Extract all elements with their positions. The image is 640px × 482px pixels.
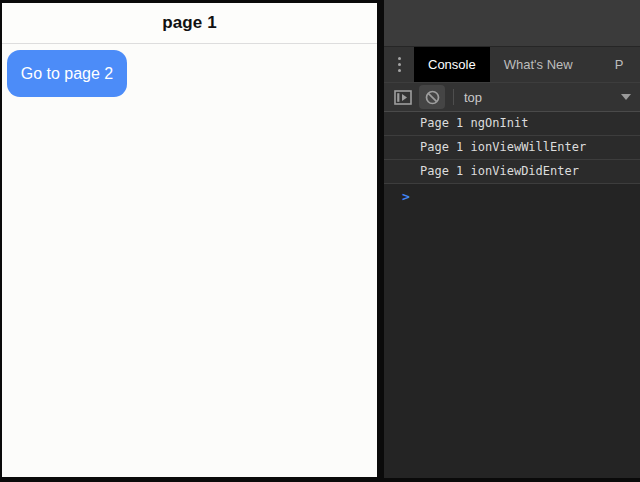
frame-context-label: top bbox=[464, 90, 482, 105]
frame-context-selector[interactable]: top bbox=[464, 90, 482, 105]
dropdown-arrow-icon[interactable] bbox=[621, 94, 631, 100]
toolbar-divider bbox=[453, 89, 454, 105]
tab-cut-off[interactable]: P bbox=[601, 47, 638, 82]
console-message: Page 1 ngOnInit bbox=[384, 112, 640, 136]
app-header: page 1 bbox=[2, 3, 377, 44]
console-input[interactable]: > bbox=[384, 184, 640, 208]
devtools-tabbar: Console What's New P bbox=[384, 47, 640, 83]
console-toolbar: top bbox=[384, 83, 640, 112]
browser-chrome-strip bbox=[384, 0, 640, 47]
clear-console-icon[interactable] bbox=[419, 85, 445, 109]
console-message: Page 1 ionViewDidEnter bbox=[384, 160, 640, 184]
devtools-panel: Console What's New P top Page 1 ngOnInit… bbox=[384, 0, 640, 478]
prompt-chevron-icon: > bbox=[402, 189, 410, 204]
console-message: Page 1 ionViewWillEnter bbox=[384, 136, 640, 160]
app-preview-pane: page 1 Go to page 2 bbox=[2, 3, 377, 477]
tab-console[interactable]: Console bbox=[414, 47, 490, 82]
show-console-sidebar-icon[interactable] bbox=[392, 86, 414, 108]
console-output: Page 1 ngOnInit Page 1 ionViewWillEnter … bbox=[384, 112, 640, 478]
more-options-icon[interactable] bbox=[384, 47, 414, 82]
page-title: page 1 bbox=[162, 13, 216, 33]
tab-whats-new[interactable]: What's New bbox=[490, 47, 587, 82]
go-to-page-2-button[interactable]: Go to page 2 bbox=[7, 50, 127, 97]
